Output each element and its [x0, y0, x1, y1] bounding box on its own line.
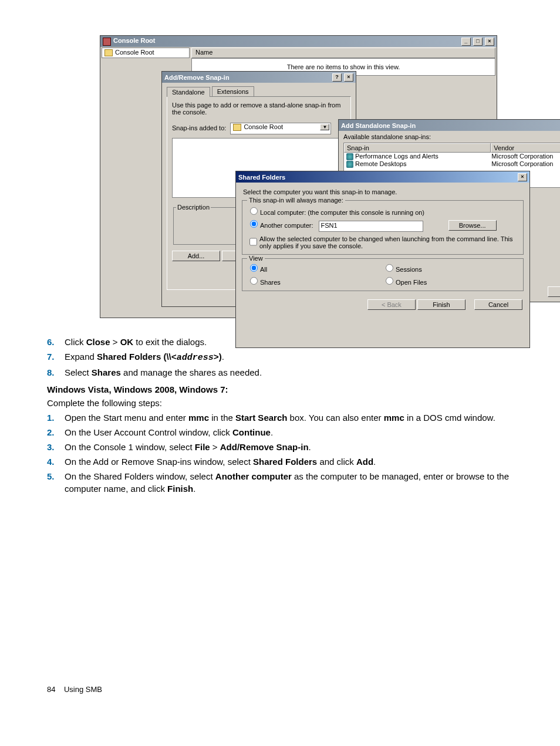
- step-number: 4.: [47, 455, 65, 468]
- tab-standalone[interactable]: Standalone: [167, 87, 210, 97]
- intro-para: Complete the following steps:: [47, 398, 513, 408]
- radio-local-computer[interactable]: [250, 207, 258, 215]
- another-computer-input[interactable]: FSN1: [319, 221, 423, 232]
- description-legend: Description: [176, 204, 211, 211]
- allow-change-label: Allow the selected computer to be change…: [259, 235, 518, 249]
- step-text: Select Shares and manage the shares as n…: [65, 366, 513, 379]
- cancel-button[interactable]: Cancel: [474, 299, 522, 310]
- tree-panel[interactable]: Console Root: [102, 48, 190, 58]
- remote-icon: [346, 161, 353, 168]
- label-open-files: Open Files: [396, 279, 427, 286]
- step-number: 7.: [47, 350, 65, 364]
- shared-title-bar: Shared Folders ×: [236, 171, 529, 183]
- steps-list-b: 1.Open the Start menu and enter mmc in t…: [47, 411, 513, 495]
- label-sessions: Sessions: [396, 266, 422, 273]
- page-label: Using SMB: [64, 685, 102, 694]
- snapin-row[interactable]: Performance Logs and Alerts Microsoft Co…: [344, 153, 560, 160]
- snapins-added-to-combo[interactable]: Console Root: [230, 123, 331, 134]
- console-title-bar: Console Root _ □ ×: [100, 36, 497, 47]
- step-text: On the Console 1 window, select File > A…: [65, 441, 513, 453]
- step-text: Open the Start menu and enter mmc in the…: [65, 411, 513, 424]
- console-title: Console Root: [113, 37, 156, 44]
- close-button[interactable]: Close: [548, 286, 560, 297]
- snapins-added-to-label: Snap-ins added to:: [172, 124, 226, 131]
- step-number: 6.: [47, 336, 65, 348]
- minimize-icon[interactable]: _: [461, 38, 471, 46]
- step-text: On the User Account Control window, clic…: [65, 426, 513, 438]
- manage-legend: This snap-in will always manage:: [247, 197, 345, 204]
- page-number: 84: [47, 685, 55, 694]
- help-icon[interactable]: ?: [332, 73, 342, 82]
- radio-sessions[interactable]: [386, 264, 393, 272]
- add-button[interactable]: Add...: [172, 251, 220, 261]
- col-snapin[interactable]: Snap-in: [344, 143, 491, 153]
- shared-folders-dialog: Shared Folders × Select the computer you…: [235, 171, 530, 348]
- tree-root-label: Console Root: [115, 49, 154, 56]
- finish-button[interactable]: Finish: [417, 299, 465, 310]
- label-another: Another computer:: [260, 222, 313, 229]
- back-button: < Back: [367, 299, 416, 310]
- close-icon[interactable]: ×: [344, 73, 353, 82]
- step-text: On the Shared Folders window, select Ano…: [65, 470, 513, 495]
- mmc-icon: [103, 38, 111, 46]
- console-root-window: Console Root _ □ × Console Root Name The…: [100, 35, 497, 318]
- label-shares: Shares: [260, 279, 281, 286]
- step-number: 5.: [47, 470, 65, 495]
- available-label: Available standalone snap-ins:: [339, 131, 560, 140]
- step-number: 3.: [47, 441, 65, 453]
- view-groupbox: View All Sessions Shares Open Files: [242, 258, 524, 291]
- shared-title: Shared Folders: [238, 174, 285, 181]
- step-text: Expand Shared Folders (\\<address>).: [65, 350, 513, 364]
- step-number: 1.: [47, 411, 65, 424]
- folder-icon: [104, 49, 113, 56]
- col-vendor[interactable]: Vendor: [491, 143, 560, 153]
- standalone-title: Add Standalone Snap-in: [341, 122, 416, 129]
- view-legend: View: [247, 255, 265, 262]
- subheading-vista: Windows Vista, Windows 2008, Windows 7:: [47, 384, 513, 394]
- perf-icon: [346, 153, 353, 160]
- addremove-title: Add/Remove Snap-in: [164, 74, 230, 81]
- radio-another-computer[interactable]: [250, 220, 258, 228]
- folder-icon: [233, 124, 241, 131]
- browse-button[interactable]: Browse...: [448, 220, 497, 231]
- manage-groupbox: This snap-in will always manage: Local c…: [242, 200, 524, 255]
- step-text: On the Add or Remove Snap-ins window, se…: [65, 455, 513, 468]
- addremove-title-bar: Add/Remove Snap-in ? ×: [162, 72, 356, 83]
- radio-open-files[interactable]: [386, 277, 393, 285]
- shared-intro: Select the computer you want this snap-i…: [236, 183, 529, 197]
- tab-extensions[interactable]: Extensions: [212, 86, 254, 96]
- close-icon[interactable]: ×: [485, 38, 494, 46]
- step-number: 8.: [47, 366, 65, 379]
- snapin-row[interactable]: Remote Desktops Microsoft Corporation: [344, 160, 560, 168]
- addremove-intro: Use this page to add or remove a stand-a…: [172, 102, 346, 116]
- standalone-title-bar: Add Standalone Snap-in ? ×: [339, 120, 560, 131]
- radio-shares[interactable]: [250, 277, 258, 285]
- step-number: 2.: [47, 426, 65, 438]
- close-icon[interactable]: ×: [518, 173, 527, 181]
- allow-change-checkbox[interactable]: [249, 236, 257, 248]
- radio-all[interactable]: [250, 264, 258, 272]
- list-header-name[interactable]: Name: [191, 48, 495, 58]
- label-all: All: [260, 266, 267, 273]
- label-local: Local computer: (the computer this conso…: [260, 209, 424, 216]
- maximize-icon[interactable]: □: [473, 38, 483, 46]
